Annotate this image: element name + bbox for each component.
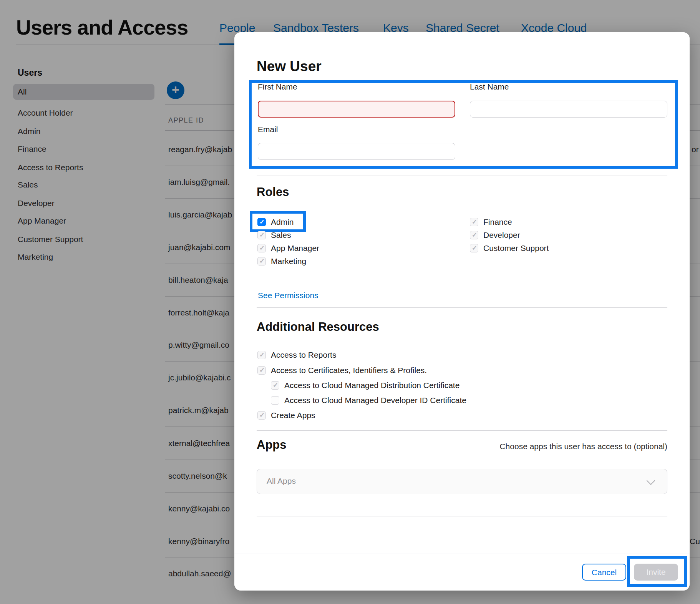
resource-label: Create Apps <box>271 411 315 420</box>
apps-select-value: All Apps <box>267 476 296 486</box>
implied-checkbox-icon[interactable] <box>257 366 266 375</box>
role-label: Finance <box>483 217 512 227</box>
footer-divider <box>234 554 690 554</box>
chevron-down-icon <box>647 476 655 485</box>
implied-checkbox-icon[interactable] <box>257 231 266 239</box>
role-label: App Manager <box>271 244 319 253</box>
section-divider <box>257 516 667 516</box>
resource-label: Access to Cloud Managed Developer ID Cer… <box>284 396 466 405</box>
checked-checkbox-icon[interactable] <box>257 218 266 226</box>
email-field[interactable] <box>258 143 455 160</box>
implied-checkbox-icon[interactable] <box>271 381 279 390</box>
dialog-title: New User <box>257 58 322 75</box>
email-label: Email <box>258 125 278 134</box>
implied-checkbox-icon[interactable] <box>257 244 266 252</box>
roles-section-title: Roles <box>257 185 289 199</box>
resource-label: Access to Cloud Managed Distribution Cer… <box>284 381 459 390</box>
implied-checkbox-icon[interactable] <box>257 351 266 359</box>
implied-checkbox-icon[interactable] <box>470 218 478 226</box>
implied-checkbox-icon[interactable] <box>257 257 266 265</box>
section-divider <box>257 176 667 176</box>
cancel-button[interactable]: Cancel <box>582 564 626 581</box>
section-divider <box>257 430 667 431</box>
invite-button[interactable]: Invite <box>634 564 678 581</box>
see-permissions-link[interactable]: See Permissions <box>258 291 318 300</box>
role-label: Customer Support <box>483 244 549 253</box>
role-label: Developer <box>483 231 520 240</box>
first-name-field[interactable] <box>258 101 455 118</box>
unchecked-checkbox-icon[interactable] <box>271 396 279 405</box>
resource-label: Access to Certificates, Identifiers & Pr… <box>271 366 427 375</box>
implied-checkbox-icon[interactable] <box>470 231 478 239</box>
implied-checkbox-icon[interactable] <box>257 411 266 420</box>
section-divider <box>257 307 667 308</box>
role-label: Admin <box>271 217 294 227</box>
role-label: Sales <box>271 231 291 240</box>
apps-section-title: Apps <box>257 438 287 452</box>
resource-label: Access to Reports <box>271 350 336 360</box>
new-user-dialog: New User First Name Last Name Email Role… <box>234 32 690 591</box>
role-label: Marketing <box>271 257 306 266</box>
last-name-field[interactable] <box>470 101 667 118</box>
additional-resources-section-title: Additional Resources <box>257 320 379 334</box>
last-name-label: Last Name <box>470 82 509 91</box>
apps-hint-text: Choose apps this user has access to (opt… <box>499 442 667 451</box>
implied-checkbox-icon[interactable] <box>470 244 478 252</box>
first-name-label: First Name <box>258 82 297 91</box>
apps-select[interactable]: All Apps <box>257 469 667 494</box>
